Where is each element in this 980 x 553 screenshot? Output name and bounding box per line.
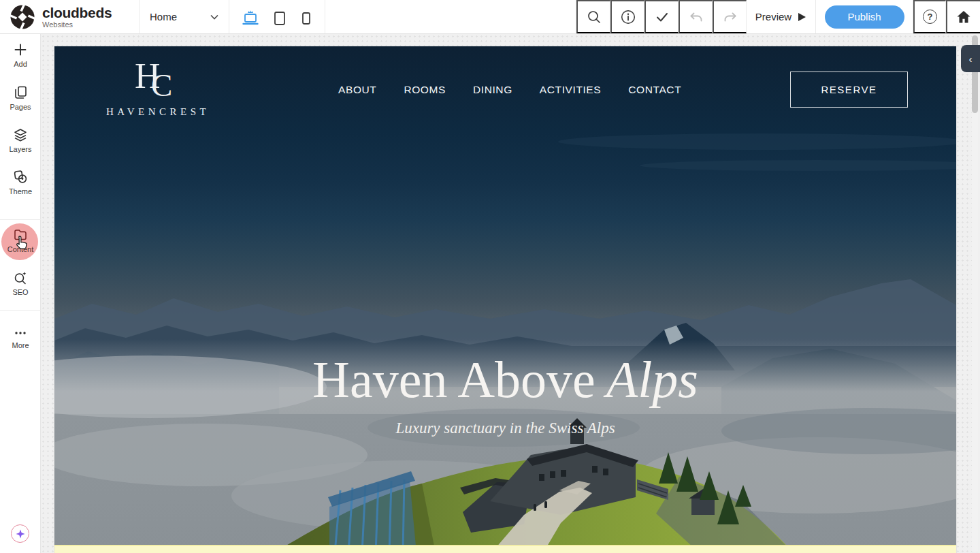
hc-monogram: H C	[106, 61, 201, 104]
sidebar-item-add[interactable]: Add	[0, 42, 41, 68]
search-icon	[586, 9, 602, 25]
plus-icon	[12, 42, 29, 58]
search-button[interactable]	[576, 0, 610, 33]
page-selector-value: Home	[150, 11, 177, 22]
reserve-button[interactable]: RESERVE	[790, 72, 908, 108]
sidebar-label-layers: Layers	[0, 145, 41, 153]
nav-item-activities[interactable]: ACTIVITIES	[540, 84, 601, 96]
alps-hero-image	[54, 46, 956, 553]
sidebar-item-pages[interactable]: Pages	[0, 84, 41, 111]
sidebar-label-theme: Theme	[0, 187, 41, 195]
editor-sidebar: Add Pages Layers Theme	[0, 34, 41, 553]
seo-icon	[12, 270, 29, 286]
hero-title-regular: Haven Above	[312, 351, 595, 408]
site-preview-frame: H C HAVENCREST ABOUT ROOMS DINING ACTIVI…	[54, 46, 956, 553]
layers-icon	[12, 127, 29, 143]
nav-item-rooms[interactable]: ROOMS	[404, 84, 446, 96]
pages-icon	[12, 84, 29, 101]
site-nav: ABOUT ROOMS DINING ACTIVITIES CONTACT	[338, 84, 681, 96]
info-icon	[620, 9, 636, 25]
device-toggle-group	[229, 0, 325, 33]
ellipsis-icon	[12, 327, 29, 339]
mobile-view-button[interactable]	[299, 5, 314, 29]
laptop-icon	[240, 8, 261, 29]
ai-assistant-button[interactable]	[11, 524, 29, 543]
sidebar-label-seo: SEO	[0, 288, 41, 296]
sidebar-item-more[interactable]: More	[0, 327, 41, 349]
sidebar-item-layers[interactable]: Layers	[0, 127, 41, 153]
mobile-icon	[299, 8, 314, 29]
theme-icon	[12, 169, 29, 185]
nav-item-contact[interactable]: CONTACT	[628, 84, 681, 96]
logo-wordmark: HAVENCREST	[106, 106, 201, 118]
home-icon	[956, 9, 972, 25]
brand-subtitle: Websites	[42, 21, 112, 29]
section-highlight-strip	[54, 545, 956, 553]
desktop-view-button[interactable]	[240, 5, 261, 29]
sidebar-item-theme[interactable]: Theme	[0, 169, 41, 195]
cloudbeds-logo-icon	[9, 3, 36, 31]
page-selector-dropdown[interactable]: Home	[140, 0, 229, 33]
preview-button[interactable]: Preview	[747, 0, 816, 33]
redo-button[interactable]	[713, 0, 747, 33]
dashboard-home-button[interactable]	[946, 0, 980, 33]
publish-button[interactable]: Publish	[825, 5, 904, 29]
help-button[interactable]: ?	[913, 0, 946, 33]
sparkle-icon	[15, 528, 26, 539]
question-mark-icon: ?	[923, 10, 937, 24]
monogram-c: C	[151, 69, 172, 101]
sidebar-divider	[0, 219, 41, 220]
havencrest-logo: H C HAVENCREST	[106, 61, 201, 104]
publish-cell: Publish	[816, 0, 913, 33]
sidebar-label-pages: Pages	[0, 103, 41, 111]
preview-label: Preview	[755, 11, 791, 22]
hero-title: Haven AboveAlps	[54, 350, 956, 409]
pointer-hand-cursor-icon	[14, 235, 29, 253]
play-icon	[798, 12, 806, 22]
hero-subtitle: Luxury sanctuary in the Swiss Alps	[54, 420, 956, 437]
scrollbar-track[interactable]	[972, 35, 978, 552]
chevron-left-icon: ‹	[969, 53, 973, 65]
panel-collapse-button[interactable]: ‹	[961, 45, 980, 72]
sidebar-label-more: More	[0, 341, 41, 349]
chevron-down-icon	[210, 14, 218, 20]
brand-block: cloudbeds Websites	[0, 0, 140, 33]
toolbar-spacer	[325, 0, 576, 33]
sidebar-label-add: Add	[0, 60, 41, 68]
info-button[interactable]	[610, 0, 644, 33]
tablet-icon	[271, 8, 289, 29]
nav-item-dining[interactable]: DINING	[473, 84, 512, 96]
nav-item-about[interactable]: ABOUT	[338, 84, 376, 96]
editor-toolbar: cloudbeds Websites Home	[0, 0, 980, 34]
undo-icon	[688, 9, 704, 25]
brand-name: cloudbeds	[42, 5, 112, 20]
tablet-view-button[interactable]	[271, 5, 289, 29]
checkmark-icon	[654, 9, 670, 25]
save-check-button[interactable]	[644, 0, 679, 33]
sidebar-divider	[0, 310, 41, 311]
sidebar-item-seo[interactable]: SEO	[0, 270, 41, 296]
hero-title-italic: Alps	[606, 351, 698, 408]
editor-canvas: H C HAVENCREST ABOUT ROOMS DINING ACTIVI…	[41, 34, 980, 553]
undo-button[interactable]	[679, 0, 713, 33]
redo-icon	[722, 9, 738, 25]
